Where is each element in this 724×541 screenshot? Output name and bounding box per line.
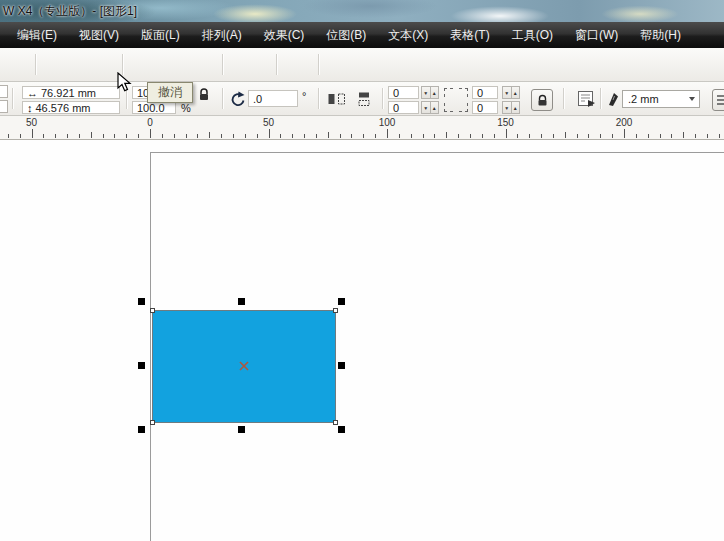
ruler-tick: [67, 134, 68, 138]
menu-item[interactable]: 版面(L): [130, 23, 191, 48]
menu-item[interactable]: 排列(A): [191, 23, 253, 48]
corner-lock-icon: [536, 94, 549, 107]
corner-radius-tl-field[interactable]: 0: [388, 86, 419, 99]
ruler-tick: [529, 134, 530, 138]
ruler-tick: [257, 134, 258, 138]
scale-lock-button[interactable]: [196, 86, 212, 101]
corner-radius-br-field[interactable]: 0: [472, 101, 498, 114]
mirror-horizontal-icon: [327, 91, 346, 107]
ruler-tick: [43, 134, 44, 138]
ruler-tick: [624, 129, 625, 138]
menu-item[interactable]: 位图(B): [315, 23, 377, 48]
ruler-tick: [494, 134, 495, 138]
object-width-field[interactable]: ↔ 76.921 mm: [22, 86, 120, 99]
menu-item[interactable]: 视图(V): [68, 23, 130, 48]
object-center-marker[interactable]: [239, 361, 249, 371]
ruler-tick: [648, 134, 649, 138]
corner-radius-bl-field[interactable]: 0: [388, 101, 419, 114]
selection-handle[interactable]: [138, 362, 145, 369]
undo-tooltip-label: 撤消: [158, 84, 182, 101]
ruler-tick: [340, 134, 341, 138]
ruler-tick: [434, 134, 435, 138]
corner-mark-top-left-icon: [444, 88, 453, 97]
menu-item[interactable]: 窗口(W): [564, 23, 629, 48]
ruler-tick: [375, 134, 376, 138]
corner-tl-spinner[interactable]: ▼▲: [421, 86, 438, 99]
ruler-label: 0: [147, 117, 153, 128]
corner-bl-spinner[interactable]: ▼▲: [421, 101, 438, 114]
menu-item[interactable]: 效果(C): [253, 23, 316, 48]
drawing-canvas[interactable]: [0, 140, 724, 541]
outline-combo-caret[interactable]: [689, 97, 695, 101]
selection-handle[interactable]: [338, 362, 345, 369]
selection-handle[interactable]: [138, 298, 145, 305]
ruler-tick: [482, 134, 483, 138]
ruler-tick: [304, 134, 305, 138]
ruler-tick: [458, 134, 459, 138]
ruler-tick: [245, 134, 246, 138]
corner-tr-spinner[interactable]: ▼▲: [502, 86, 519, 99]
rectangle-corner-node[interactable]: [150, 308, 155, 313]
object-x-field[interactable]: [0, 85, 8, 98]
menu-item[interactable]: 帮助(H): [629, 23, 692, 48]
corner-mark-bottom-right-icon: [459, 103, 468, 112]
ruler-tick: [186, 134, 187, 138]
rotation-angle-field[interactable]: .0: [248, 90, 298, 107]
text-wrap-button[interactable]: [574, 89, 598, 109]
corner-br-spinner[interactable]: ▼▲: [502, 101, 519, 114]
menu-item[interactable]: 表格(T): [439, 23, 500, 48]
ruler-tick: [126, 134, 127, 138]
selection-handle[interactable]: [338, 298, 345, 305]
list-lines-icon: [716, 93, 724, 107]
ruler-tick: [683, 132, 684, 138]
ruler-label: 50: [26, 117, 37, 128]
standard-toolbar: ✂: [0, 48, 724, 82]
ruler-tick: [209, 132, 210, 138]
page-border-top: [150, 152, 724, 153]
object-y-field[interactable]: [0, 100, 8, 113]
ruler-tick: [233, 134, 234, 138]
clipped-right-button[interactable]: [712, 89, 724, 111]
ruler-tick: [197, 134, 198, 138]
ruler-tick: [565, 132, 566, 138]
outline-width-combo[interactable]: .2 mm: [622, 90, 700, 108]
ruler-tick: [91, 132, 92, 138]
ruler-tick: [351, 134, 352, 138]
menu-item[interactable]: 文本(X): [377, 23, 439, 48]
object-height-value: 46.576 mm: [36, 102, 91, 114]
rectangle-corner-node[interactable]: [333, 308, 338, 313]
corner-radius-tl-value: 0: [393, 87, 399, 99]
selection-handle[interactable]: [238, 298, 245, 305]
edit-corners-together-button[interactable]: [531, 89, 553, 111]
ruler-tick: [221, 134, 222, 138]
ruler-tick: [316, 134, 317, 138]
ruler-tick: [138, 134, 139, 138]
selection-handle[interactable]: [238, 426, 245, 433]
mirror-horizontal-button[interactable]: [326, 91, 346, 107]
pen-nib-icon: [606, 90, 621, 108]
mirror-vertical-button[interactable]: [354, 91, 374, 107]
width-icon: ↔: [27, 87, 38, 99]
menu-item[interactable]: 工具(O): [501, 23, 564, 48]
selection-handle[interactable]: [338, 426, 345, 433]
ruler-label: 100: [379, 117, 396, 128]
ruler-tick: [20, 134, 21, 138]
object-height-field[interactable]: ↕ 46.576 mm: [22, 101, 120, 114]
ruler-tick: [162, 134, 163, 138]
corner-radius-tr-value: 0: [477, 87, 483, 99]
corner-mark-top-right-icon: [459, 88, 468, 97]
ruler-tick: [612, 134, 613, 138]
menu-item[interactable]: 编辑(E): [6, 23, 68, 48]
ruler-tick: [174, 134, 175, 138]
page-border-left: [150, 152, 151, 541]
selection-handle[interactable]: [138, 426, 145, 433]
corner-radius-tr-field[interactable]: 0: [472, 86, 498, 99]
ruler-tick: [292, 134, 293, 138]
text-wrap-icon: [576, 90, 597, 109]
rectangle-corner-node[interactable]: [150, 420, 155, 425]
ruler-tick: [423, 134, 424, 138]
rectangle-corner-node[interactable]: [333, 420, 338, 425]
rotation-unit-label: °: [302, 90, 306, 102]
ruler-tick: [719, 134, 720, 138]
ruler-tick: [517, 134, 518, 138]
